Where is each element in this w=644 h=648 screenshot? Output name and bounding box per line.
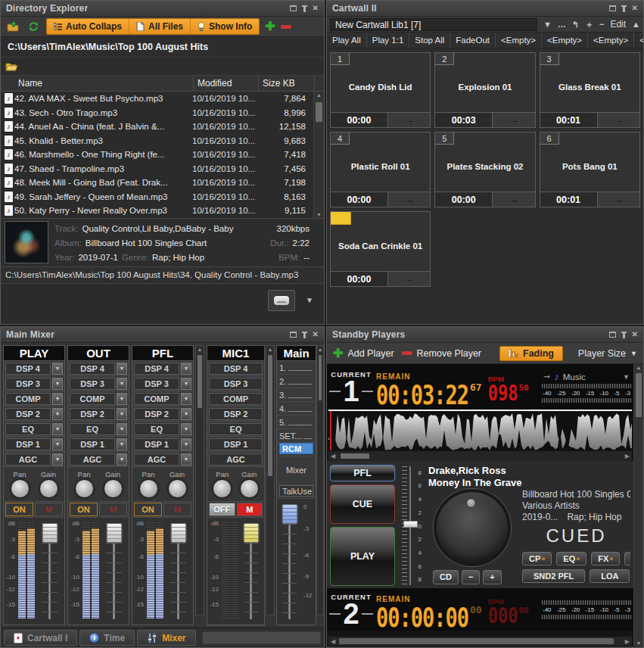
cartwall-function-button[interactable]: <Empty> xyxy=(542,33,588,48)
file-row[interactable]: ♪50. Katy Perry - Never Really Over.mp31… xyxy=(1,204,313,218)
dsp-slot[interactable]: AGC▼ xyxy=(4,452,64,467)
collapse-up-icon[interactable]: ▲ xyxy=(632,20,640,29)
dsp-slot[interactable]: DSP 3▼ xyxy=(132,376,193,391)
chevron-down-icon[interactable]: ▼ xyxy=(52,453,63,466)
cart-cell[interactable]: 4Plastic Roll 0100:00→ xyxy=(330,132,431,207)
chevron-down-icon[interactable]: ▼ xyxy=(52,378,63,390)
pan-knob[interactable] xyxy=(11,479,30,498)
cartwall-library-select[interactable]: New Cartwall Lib1 [7] xyxy=(330,18,537,31)
fx-button[interactable]: FX» xyxy=(591,552,620,565)
cart-play-mode-button[interactable]: → xyxy=(598,192,639,207)
remove-directory-button[interactable] xyxy=(281,25,291,29)
channel-mute-button[interactable]: M xyxy=(99,503,127,516)
close-icon[interactable]: ✕ xyxy=(313,5,319,12)
column-header-size[interactable]: Size KB xyxy=(259,76,315,91)
scroll-right-icon[interactable]: ▶ xyxy=(625,453,630,460)
refresh-button[interactable] xyxy=(26,19,41,34)
jog-wheel[interactable] xyxy=(434,489,511,566)
pfl-button[interactable]: PFL xyxy=(330,465,395,481)
file-row[interactable]: ♪48. Meek Mill - Going Bad (Feat. Drak..… xyxy=(1,176,313,190)
fader-handle[interactable] xyxy=(170,523,186,543)
dsp-slot[interactable]: COMP xyxy=(207,391,264,407)
scrollbar-thumb[interactable] xyxy=(319,355,322,400)
main-bus-slot[interactable]: SET... xyxy=(277,429,316,443)
library-add-button[interactable]: ＋ xyxy=(585,19,593,30)
waveform-display[interactable] xyxy=(328,410,632,450)
dsp-slot[interactable]: DSP 4 xyxy=(207,361,264,376)
channel-mute-button[interactable]: M xyxy=(163,503,191,516)
library-more-button[interactable]: … xyxy=(558,20,566,29)
fading-toggle[interactable]: Fading xyxy=(499,346,563,361)
cart-play-mode-button[interactable]: → xyxy=(388,272,430,286)
auto-collapse-toggle[interactable]: Auto Collaps xyxy=(47,19,129,34)
main-bus-slot[interactable]: 4. xyxy=(277,402,316,416)
vs-button[interactable]: VS» xyxy=(624,552,630,565)
dsp-slot[interactable]: AGC▼ xyxy=(68,452,129,467)
dsp-slot[interactable]: DSP 1 xyxy=(207,437,264,452)
dsp-slot[interactable]: COMP▼ xyxy=(68,391,129,407)
all-files-toggle[interactable]: All Files xyxy=(129,19,191,34)
dsp-slot[interactable]: EQ▼ xyxy=(68,422,129,437)
gain-knob[interactable] xyxy=(240,479,259,498)
pan-knob[interactable] xyxy=(213,479,232,498)
chevron-down-icon[interactable]: ▼ xyxy=(117,438,127,450)
column-header-modified[interactable]: Modified xyxy=(194,76,259,91)
chevron-down-icon[interactable]: ▼ xyxy=(52,393,63,405)
snd2-pfl-button[interactable]: SND2 PFL xyxy=(522,569,585,583)
scrollbar-thumb[interactable] xyxy=(636,373,642,417)
cart-play-mode-button[interactable]: → xyxy=(493,113,534,127)
cart-cell[interactable]: Soda Can Crinkle 0100:00→ xyxy=(330,211,431,287)
cartwall-function-button[interactable]: FadeOut xyxy=(450,33,496,48)
chevron-down-icon[interactable]: ▼ xyxy=(181,363,191,375)
file-list-scrollbar[interactable]: ▲ ▼ xyxy=(313,92,324,218)
pitch-plus-button[interactable]: + xyxy=(483,570,501,584)
cartwall-function-button[interactable]: <Empty> xyxy=(496,33,542,48)
standby-vscrollbar[interactable]: ▲ ▼ xyxy=(633,364,643,646)
library-remove-button[interactable]: − xyxy=(599,20,604,29)
file-row[interactable]: ♪47. Shaed - Trampoline.mp310/16/2019 10… xyxy=(1,162,313,176)
main-bus-slot[interactable]: 5. xyxy=(277,416,316,429)
channel-power-button[interactable]: ON xyxy=(5,503,33,516)
audio-type-select[interactable]: ➞ ♪ Music ▼ xyxy=(542,371,631,382)
gain-knob[interactable] xyxy=(39,479,58,498)
cart-cell[interactable]: 6Pots Bang 0100:01→ xyxy=(540,132,640,207)
cart-cell[interactable]: 1Candy Dish Lid00:00→ xyxy=(330,52,431,128)
dsp-slot[interactable]: DSP 2▼ xyxy=(132,407,193,422)
cartwall-function-button[interactable]: <Empty> xyxy=(588,33,634,48)
cue-button[interactable]: CUE xyxy=(330,484,395,524)
fader-handle[interactable] xyxy=(42,523,58,543)
chevron-down-icon[interactable]: ▼ xyxy=(117,408,127,420)
scrollbar-thumb[interactable] xyxy=(316,102,322,122)
scroll-down-icon[interactable]: ▼ xyxy=(634,640,643,646)
chevron-down-icon[interactable]: ▼ xyxy=(117,453,127,466)
chevron-down-icon[interactable]: ▼ xyxy=(181,423,191,435)
chevron-down-icon[interactable]: ▼ xyxy=(181,438,191,450)
scroll-right-icon[interactable]: ▶ xyxy=(625,638,630,645)
chevron-down-icon[interactable]: ▼ xyxy=(181,393,191,405)
send-to-player-button[interactable] xyxy=(268,290,295,311)
cp-button[interactable]: CP» xyxy=(522,552,552,565)
fader-handle[interactable] xyxy=(282,504,297,524)
chevron-down-icon[interactable]: ▼ xyxy=(52,363,63,375)
scroll-up-icon[interactable]: ▲ xyxy=(317,346,323,353)
scroll-up-icon[interactable]: ▲ xyxy=(634,364,643,371)
dsp-slot[interactable]: DSP 1▼ xyxy=(132,437,193,452)
file-row[interactable]: ♪42. AVA MAX - Sweet But Psycho.mp310/16… xyxy=(1,92,313,106)
mixer-scrollbar-1[interactable]: ▲ xyxy=(195,345,204,615)
player-size-button[interactable]: Player Size ▼ xyxy=(578,348,637,359)
gain-knob[interactable] xyxy=(104,479,123,498)
scroll-left-icon[interactable]: ◀ xyxy=(331,638,335,645)
pin-icon[interactable] xyxy=(303,332,306,338)
close-icon[interactable]: ✕ xyxy=(313,331,319,338)
channel-fader[interactable] xyxy=(277,502,302,622)
maximize-icon[interactable] xyxy=(290,332,297,338)
chevron-down-icon[interactable]: ▼ xyxy=(52,423,63,435)
dsp-slot[interactable]: DSP 1▼ xyxy=(68,437,129,452)
pitch-handle[interactable] xyxy=(403,521,418,528)
scroll-up-icon[interactable]: ▲ xyxy=(196,346,204,353)
dsp-slot[interactable]: DSP 4▼ xyxy=(68,361,129,376)
library-dropdown-icon[interactable]: ▼ xyxy=(543,20,552,29)
scrollbar-thumb[interactable] xyxy=(268,355,272,476)
cart-cell[interactable]: 3Glass Break 0100:01→ xyxy=(540,52,640,128)
file-row[interactable]: ♪45. Khalid - Better.mp310/16/2019 10...… xyxy=(1,134,313,148)
